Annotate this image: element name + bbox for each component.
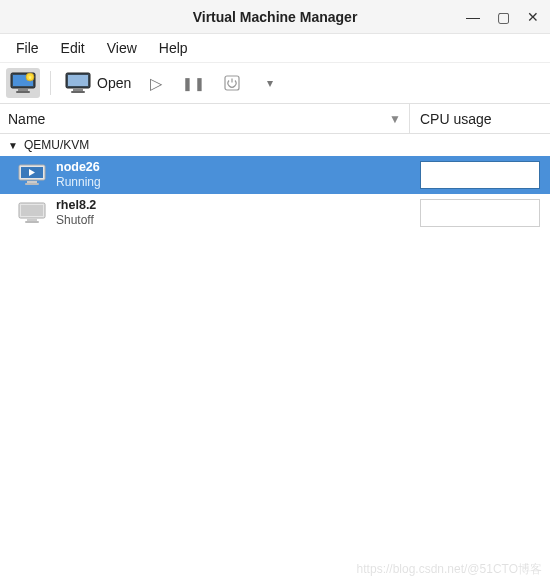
vm-text: rhel8.2 Shutoff: [56, 198, 420, 229]
menubar: File Edit View Help: [0, 34, 550, 62]
svg-rect-17: [21, 205, 43, 216]
titlebar: Virtual Machine Manager — ▢ ✕: [0, 0, 550, 34]
vm-text: node26 Running: [56, 160, 420, 191]
svg-rect-10: [232, 79, 233, 83]
toolbar-separator: [50, 71, 51, 95]
vm-tree: ▼ QEMU/KVM node26 Running rhel8.2 Shutof…: [0, 134, 550, 584]
run-button[interactable]: ▷: [139, 68, 173, 98]
svg-rect-3: [16, 91, 30, 93]
column-headers: Name ▼ CPU usage: [0, 104, 550, 134]
svg-rect-14: [27, 181, 37, 183]
svg-rect-7: [73, 89, 83, 91]
menu-help[interactable]: Help: [149, 38, 198, 58]
vm-row-node26[interactable]: node26 Running: [0, 156, 550, 194]
close-button[interactable]: ✕: [520, 5, 546, 29]
expand-arrow-icon: ▼: [8, 140, 18, 151]
minimize-button[interactable]: —: [460, 5, 486, 29]
cpu-usage-graph: [420, 161, 540, 189]
power-icon: [223, 74, 241, 92]
connection-label: QEMU/KVM: [24, 138, 89, 152]
svg-rect-6: [68, 75, 88, 86]
menu-file[interactable]: File: [6, 38, 49, 58]
pause-button[interactable]: ❚❚: [177, 68, 211, 98]
window-title: Virtual Machine Manager: [193, 9, 358, 25]
toolbar: Open ▷ ❚❚ ▾: [0, 62, 550, 104]
open-button[interactable]: Open: [61, 68, 135, 98]
shutdown-button[interactable]: [215, 68, 249, 98]
menu-edit[interactable]: Edit: [51, 38, 95, 58]
new-vm-button[interactable]: [6, 68, 40, 98]
svg-rect-15: [25, 183, 39, 185]
vm-state-label: Shutoff: [56, 213, 420, 228]
column-name-header[interactable]: Name ▼: [0, 104, 410, 133]
vm-state-label: Running: [56, 175, 420, 190]
svg-rect-19: [25, 221, 39, 223]
new-vm-icon: [10, 72, 36, 94]
shutdown-dropdown-button[interactable]: ▾: [253, 68, 287, 98]
column-cpu-header[interactable]: CPU usage: [410, 111, 550, 127]
vm-shutoff-icon: [18, 202, 46, 224]
open-label: Open: [97, 75, 131, 91]
vm-name-label: rhel8.2: [56, 198, 420, 214]
svg-rect-8: [71, 91, 85, 93]
connection-row[interactable]: ▼ QEMU/KVM: [0, 134, 550, 156]
vm-name-label: node26: [56, 160, 420, 176]
cpu-usage-graph: [420, 199, 540, 227]
maximize-button[interactable]: ▢: [490, 5, 516, 29]
svg-rect-2: [18, 89, 28, 91]
menu-view[interactable]: View: [97, 38, 147, 58]
vm-running-icon: [18, 164, 46, 186]
watermark-text: https://blog.csdn.net/@51CTO博客: [357, 561, 542, 578]
column-name-label: Name: [8, 111, 45, 127]
window-controls: — ▢ ✕: [460, 0, 546, 33]
svg-rect-18: [27, 219, 37, 221]
monitor-icon: [65, 72, 91, 94]
column-cpu-label: CPU usage: [420, 111, 492, 127]
sort-arrow-icon: ▼: [389, 112, 401, 126]
vm-row-rhel82[interactable]: rhel8.2 Shutoff: [0, 194, 550, 232]
